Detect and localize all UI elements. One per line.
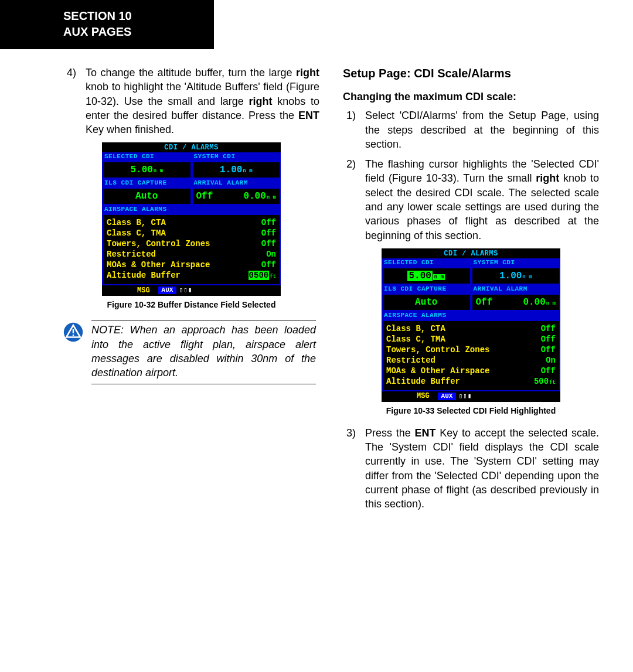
airspace-row: RestrictedOn <box>107 249 276 260</box>
altitude-buffer-value: 0500ft <box>249 271 276 279</box>
step-number: 2) <box>343 157 356 243</box>
figure-10-33-caption: Figure 10-33 Selected CDI Field Highligh… <box>343 405 599 417</box>
figure-10-32-caption: Figure 10-32 Buffer Distance Field Selec… <box>63 299 319 311</box>
screen-footer: MSG AUX ▯▯▮ <box>382 391 560 402</box>
screen-footer: MSG AUX ▯▯▮ <box>102 285 281 296</box>
note-icon <box>63 322 83 342</box>
step-number: 3) <box>343 426 356 511</box>
right-column: Setup Page: CDI Scale/Alarms Changing th… <box>343 66 599 517</box>
system-cdi-value: 1.00n m <box>192 161 281 179</box>
airspace-row: RestrictedOn <box>386 355 556 366</box>
airspace-row: Class C, TMAOff <box>107 228 276 238</box>
page-footer: 10-22 GNS 530(A) Pilot's Guide and Refer… <box>0 670 633 672</box>
altitude-buffer-row: Altitude Buffer 0500ft <box>107 270 276 281</box>
aux-indicator: AUX <box>158 286 177 294</box>
msg-indicator: MSG <box>417 393 430 400</box>
system-cdi-label: SYSTEM CDI <box>192 152 281 161</box>
svg-point-3 <box>73 335 74 336</box>
step-text: Select 'CDI/Alarms' from the Setup Page,… <box>365 108 599 151</box>
airspace-alarms-box: Class B, CTAOff Class C, TMAOff Towers, … <box>102 214 281 285</box>
section-line2: AUX PAGES <box>63 24 190 40</box>
airspace-alarms-box: Class B, CTAOff Class C, TMAOff Towers, … <box>382 320 560 391</box>
note-text: NOTE: When an approach has been loaded i… <box>91 320 316 384</box>
footer-title: GNS 530(A) Pilot's Guide and Reference <box>222 670 389 672</box>
selected-cdi-value: 5.00n m <box>102 161 192 179</box>
ils-cdi-label: ILS CDI CAPTURE <box>102 179 192 187</box>
step-text: The flashing cursor highlights the 'Sele… <box>365 157 599 243</box>
step-text: To change the altitude buffer, turn the … <box>86 66 319 137</box>
page-number: 10-22 <box>63 670 84 672</box>
subheading: Changing the maximum CDI scale: <box>343 90 599 104</box>
step-number: 4) <box>63 66 76 137</box>
airspace-alarms-label: AIRSPACE ALARMS <box>102 205 281 214</box>
section-line1: SECTION 10 <box>63 8 190 24</box>
page-dots-icon: ▯▯▮ <box>179 287 192 294</box>
airspace-row: Towers, Control ZonesOff <box>386 344 556 355</box>
aux-indicator: AUX <box>438 393 457 400</box>
arrival-alarm-label: ARRIVAL ALARM <box>471 285 561 294</box>
selected-cdi-label: SELECTED CDI <box>382 258 471 267</box>
page-dots-icon: ▯▯▮ <box>458 393 472 400</box>
airspace-row: Class B, CTAOff <box>386 323 556 334</box>
ils-cdi-value: Auto <box>382 294 471 311</box>
screen-title: CDI / ALARMS <box>102 142 281 152</box>
airspace-row: Towers, Control ZonesOff <box>107 238 276 249</box>
airspace-row: MOAs & Other AirspaceOff <box>107 260 276 270</box>
step-3: 3) Press the ENT Key to accept the selec… <box>343 426 599 511</box>
arrival-alarm-value: Off 0.00n m <box>471 294 561 311</box>
step-number: 1) <box>343 108 356 151</box>
selected-cdi-highlight: 5.00n m <box>407 271 445 281</box>
step-1: 1) Select 'CDI/Alarms' from the Setup Pa… <box>343 108 599 151</box>
screen-title: CDI / ALARMS <box>382 248 560 258</box>
step-2: 2) The flashing cursor highlights the 'S… <box>343 157 599 243</box>
system-cdi-label: SYSTEM CDI <box>471 258 561 267</box>
arrival-alarm-label: ARRIVAL ALARM <box>192 179 281 187</box>
msg-indicator: MSG <box>137 287 150 294</box>
section-header: SECTION 10 AUX PAGES <box>0 0 214 49</box>
ils-cdi-value: Auto <box>102 187 192 205</box>
step-4: 4) To change the altitude buffer, turn t… <box>63 66 319 137</box>
setup-page-heading: Setup Page: CDI Scale/Alarms <box>343 66 599 81</box>
note-block: NOTE: When an approach has been loaded i… <box>63 320 319 384</box>
system-cdi-value: 1.00n m <box>471 267 561 285</box>
selected-cdi-label: SELECTED CDI <box>102 152 192 161</box>
airspace-alarms-label: AIRSPACE ALARMS <box>382 311 560 320</box>
step-text: Press the ENT Key to accept the selected… <box>365 426 599 511</box>
figure-10-32-screen: CDI / ALARMS SELECTED CDI 5.00n m SYSTEM… <box>102 142 281 296</box>
altitude-buffer-row: Altitude Buffer 500ft <box>386 376 556 387</box>
arrival-alarm-value: Off 0.00n m <box>192 187 281 205</box>
figure-10-33-screen: CDI / ALARMS SELECTED CDI 5.00n m SYSTEM… <box>382 248 560 402</box>
altitude-buffer-value: 500ft <box>534 377 556 386</box>
left-column: 4) To change the altitude buffer, turn t… <box>63 66 319 517</box>
airspace-row: Class C, TMAOff <box>386 334 556 344</box>
selected-cdi-value: 5.00n m <box>382 267 471 285</box>
ils-cdi-label: ILS CDI CAPTURE <box>382 285 471 294</box>
airspace-row: MOAs & Other AirspaceOff <box>386 366 556 376</box>
airspace-row: Class B, CTAOff <box>107 217 276 228</box>
